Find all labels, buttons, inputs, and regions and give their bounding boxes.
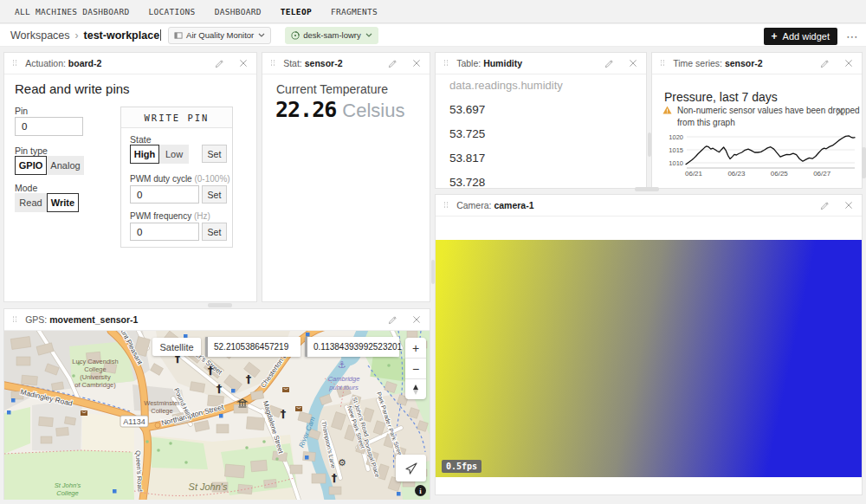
gps-map[interactable]: A1134Lucy CavendishCollege(Universityof … bbox=[4, 331, 430, 500]
svg-text:06/21: 06/21 bbox=[685, 170, 703, 178]
close-widget-icon[interactable] bbox=[412, 315, 421, 324]
resize-handle[interactable] bbox=[648, 132, 651, 157]
machine-selector[interactable]: desk-sam-lowry bbox=[285, 27, 378, 44]
close-widget-icon[interactable] bbox=[412, 59, 421, 68]
drag-handle-icon[interactable] bbox=[661, 60, 665, 67]
pin-type-option-gpio[interactable]: GPIO bbox=[15, 156, 47, 175]
edit-widget-icon[interactable] bbox=[604, 59, 614, 68]
set-state-button[interactable]: Set bbox=[202, 145, 227, 163]
svg-text:punt tours: punt tours bbox=[328, 384, 359, 391]
latitude-input[interactable]: 52.2105386457219 bbox=[205, 337, 301, 357]
nav-item-locations[interactable]: LOCATIONS bbox=[139, 7, 204, 16]
machine-icon bbox=[291, 31, 300, 40]
widget-camera: Camera: camera-1 0.5fps bbox=[435, 194, 863, 495]
add-widget-button[interactable]: + Add widget bbox=[764, 28, 837, 45]
locate-button[interactable] bbox=[396, 455, 426, 481]
drag-handle-icon[interactable] bbox=[444, 60, 449, 67]
timeseries-warning: Non-numeric sensor values have been drop… bbox=[662, 105, 860, 128]
svg-text:†: † bbox=[246, 372, 252, 385]
stat-label: Current Temperature bbox=[276, 82, 388, 96]
resize-handle[interactable] bbox=[208, 303, 232, 307]
edit-widget-icon[interactable] bbox=[388, 59, 397, 68]
edit-widget-icon[interactable] bbox=[820, 201, 830, 210]
widget-timeseries: Time series: sensor-2 Pressure, last 7 d… bbox=[651, 52, 863, 189]
map-info-button[interactable]: i bbox=[415, 485, 426, 496]
stat-value: 22.26 bbox=[275, 97, 336, 122]
actuation-heading: Read and write pins bbox=[15, 81, 130, 96]
add-widget-label: Add widget bbox=[783, 31, 830, 42]
close-widget-icon[interactable] bbox=[844, 59, 853, 68]
mode-option-write[interactable]: Write bbox=[47, 193, 79, 212]
compass-button[interactable] bbox=[405, 379, 426, 399]
workspace-icon bbox=[174, 31, 183, 40]
svg-text:†: † bbox=[208, 364, 214, 377]
workspace-toolbar: Workspaces › test-workplace Air Quality … bbox=[0, 24, 866, 47]
stat-value-row: 22.26 Celsius bbox=[275, 97, 404, 122]
pin-input[interactable]: 0 bbox=[15, 117, 83, 136]
nav-item-teleop[interactable]: TELEOP bbox=[271, 7, 321, 16]
stat-unit: Celsius bbox=[342, 100, 404, 122]
drag-handle-icon[interactable] bbox=[13, 60, 17, 67]
map-zoom-control: + − bbox=[405, 338, 426, 399]
svg-text:Lucy Cavendish: Lucy Cavendish bbox=[72, 358, 118, 365]
camera-image bbox=[436, 240, 862, 477]
zoom-out-button[interactable]: − bbox=[405, 359, 426, 378]
warning-text: Non-numeric sensor values have been drop… bbox=[677, 105, 860, 128]
workspace-name[interactable]: test-workplace bbox=[84, 29, 160, 42]
svg-text:†: † bbox=[332, 471, 338, 484]
svg-text:St John's: St John's bbox=[55, 481, 81, 489]
state-option-high[interactable]: High bbox=[130, 145, 159, 164]
set-pwm-freq-button[interactable]: Set bbox=[202, 223, 227, 241]
zoom-in-button[interactable]: + bbox=[405, 338, 426, 358]
close-widget-icon[interactable] bbox=[629, 59, 637, 68]
svg-text:Westminster: Westminster bbox=[144, 399, 180, 407]
widget-title: GPS: movement_sensor-1 bbox=[25, 314, 138, 325]
widget-title: Camera: camera-1 bbox=[456, 200, 533, 210]
workspace-selector[interactable]: Air Quality Monitor bbox=[168, 27, 271, 44]
widget-stat: Stat: sensor-2 Current Temperature 22.26… bbox=[262, 52, 430, 302]
pwm-freq-input[interactable]: 0 bbox=[130, 223, 199, 241]
svg-text:1020: 1020 bbox=[669, 133, 683, 141]
table-row: 53.725 bbox=[449, 127, 485, 140]
edit-widget-icon[interactable] bbox=[820, 59, 830, 68]
close-widget-icon[interactable] bbox=[239, 59, 248, 68]
svg-text:⚓: ⚓ bbox=[338, 359, 346, 371]
text-cursor bbox=[160, 29, 161, 41]
pin-type-option-analog[interactable]: Analog bbox=[47, 156, 84, 175]
resize-handle[interactable] bbox=[635, 187, 659, 191]
svg-text:06/27: 06/27 bbox=[813, 170, 831, 178]
svg-text:1010: 1010 bbox=[669, 159, 683, 167]
dismiss-warning-icon[interactable] bbox=[836, 107, 844, 116]
drag-handle-icon[interactable] bbox=[13, 316, 17, 323]
nav-item-dashboard[interactable]: DASHBOARD bbox=[205, 7, 271, 16]
more-menu-button[interactable]: ⋯ bbox=[846, 29, 858, 43]
svg-text:of Cambridge): of Cambridge) bbox=[74, 381, 116, 389]
pwm-duty-input[interactable]: 0 bbox=[130, 185, 199, 204]
widget-table: Table: Humidity data.readings.humidity 5… bbox=[435, 52, 647, 189]
widget-title: Time series: sensor-2 bbox=[673, 58, 763, 68]
close-widget-icon[interactable] bbox=[844, 201, 853, 210]
page-scrollbar[interactable] bbox=[862, 147, 866, 178]
plus-icon: + bbox=[772, 30, 778, 42]
longitude-input[interactable]: 0.11384393992523201 bbox=[305, 337, 399, 357]
set-pwm-duty-button[interactable]: Set bbox=[202, 185, 227, 204]
svg-text:Cambridge: Cambridge bbox=[328, 375, 360, 383]
breadcrumb-separator: › bbox=[75, 29, 79, 42]
state-option-low[interactable]: Low bbox=[159, 145, 189, 164]
satellite-toggle-button[interactable]: Satellite bbox=[152, 338, 201, 356]
resize-handle[interactable] bbox=[431, 260, 435, 284]
nav-item-all-machines-dashboard[interactable]: ALL MACHINES DASHBOARD bbox=[5, 7, 139, 16]
nav-item-fragments[interactable]: FRAGMENTS bbox=[321, 7, 387, 16]
drag-handle-icon[interactable] bbox=[444, 202, 449, 209]
breadcrumb-workspaces[interactable]: Workspaces bbox=[10, 29, 70, 42]
edit-widget-icon[interactable] bbox=[215, 59, 224, 68]
mode-option-read[interactable]: Read bbox=[15, 193, 47, 212]
drag-handle-icon[interactable] bbox=[271, 60, 275, 67]
workspace-selector-label: Air Quality Monitor bbox=[186, 30, 254, 40]
state-label: State bbox=[130, 134, 152, 145]
fps-badge: 0.5fps bbox=[442, 460, 481, 473]
svg-text:St John's: St John's bbox=[189, 481, 228, 492]
svg-text:College: College bbox=[84, 365, 106, 373]
edit-widget-icon[interactable] bbox=[388, 315, 397, 325]
widget-title: Actuation: board-2 bbox=[25, 58, 101, 68]
